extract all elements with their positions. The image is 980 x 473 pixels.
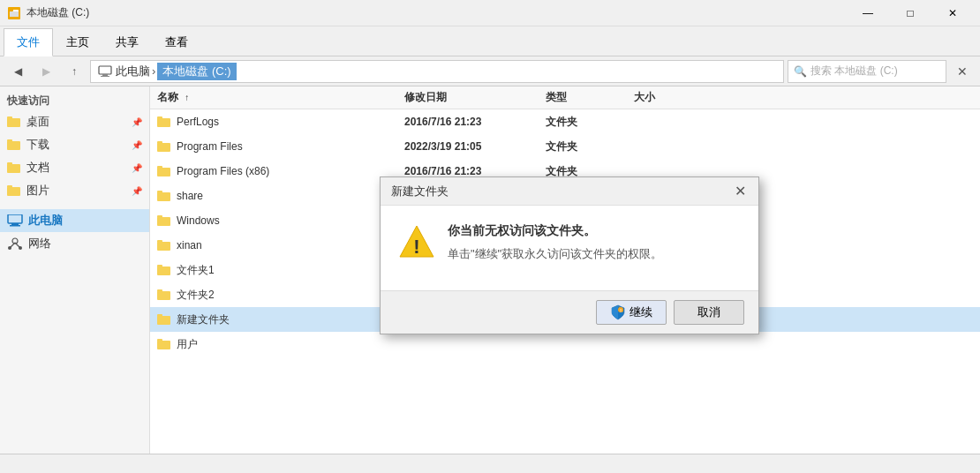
dialog-sub-text: 单击"继续"获取永久访问该文件夹的权限。 (448, 246, 741, 262)
dialog-title: 新建文件夹 (391, 184, 728, 199)
dialog-main-text: 你当前无权访问该文件夹。 (448, 223, 741, 239)
dialog-footer: ! 继续 取消 (381, 290, 758, 334)
dialog-body: ! 你当前无权访问该文件夹。 单击"继续"获取永久访问该文件夹的权限。 (381, 206, 758, 290)
svg-text:!: ! (413, 236, 419, 258)
cancel-button[interactable]: 取消 (674, 300, 744, 325)
dialog-overlay: 新建文件夹 ✕ ! 你当前无权访问该文件夹。 单击"继续"获取永久访问该文件夹的… (0, 0, 980, 473)
dialog: 新建文件夹 ✕ ! 你当前无权访问该文件夹。 单击"继续"获取永久访问该文件夹的… (380, 176, 759, 334)
continue-button[interactable]: ! 继续 (596, 300, 667, 325)
dialog-titlebar: 新建文件夹 ✕ (381, 177, 758, 206)
warning-triangle-svg: ! (398, 223, 435, 260)
dialog-close-button[interactable]: ✕ (728, 180, 751, 203)
dialog-text-block: 你当前无权访问该文件夹。 单击"继续"获取永久访问该文件夹的权限。 (448, 223, 741, 262)
warning-icon: ! (398, 223, 433, 259)
dialog-content: ! 你当前无权访问该文件夹。 单击"继续"获取永久访问该文件夹的权限。 (398, 223, 741, 262)
continue-label: 继续 (629, 304, 652, 320)
shield-icon: ! (610, 304, 626, 320)
